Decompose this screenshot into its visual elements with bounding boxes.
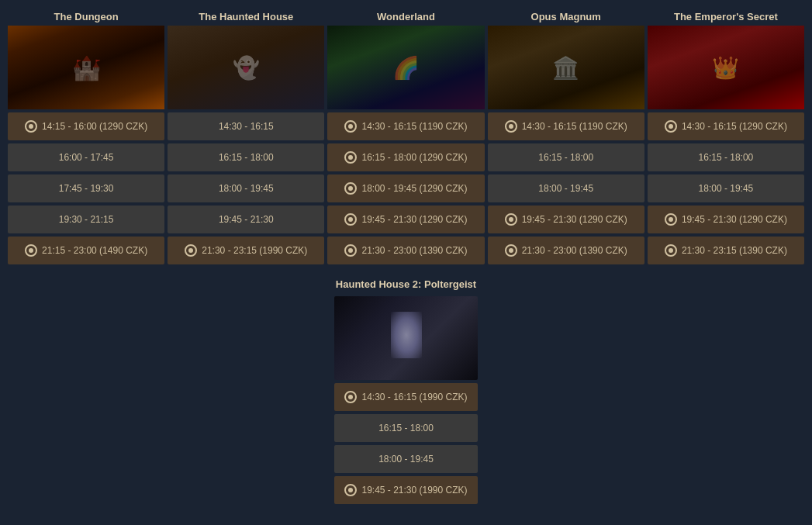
room-col-dungeon: The Dungeon 14:15 - 16:00 (1290 CZK) 16:… — [8, 8, 164, 268]
available-icon — [665, 120, 677, 133]
room-col-emperor: The Emperor's Secret 14:30 - 16:15 (1290… — [648, 8, 804, 268]
slot-opus-4[interactable]: 21:30 - 23:00 (1390 CZK) — [488, 237, 644, 264]
room-title-haunted: The Haunted House — [168, 8, 324, 26]
available-icon — [344, 244, 357, 257]
slot-wonderland-3[interactable]: 19:45 - 21:30 (1290 CZK) — [327, 206, 484, 233]
slot-haunted-1[interactable]: 16:15 - 18:00 — [168, 143, 324, 171]
slot-wonderland-1[interactable]: 16:15 - 18:00 (1290 CZK) — [327, 143, 484, 171]
slot-dungeon-0[interactable]: 14:15 - 16:00 (1290 CZK) — [8, 112, 164, 140]
room-title-wonderland: Wonderland — [327, 8, 484, 26]
available-icon — [665, 244, 677, 257]
room-image-wonderland — [327, 26, 484, 109]
slot-opus-3[interactable]: 19:45 - 21:30 (1290 CZK) — [488, 206, 644, 233]
slot-emperor-4[interactable]: 21:30 - 23:15 (1390 CZK) — [648, 237, 804, 264]
slot-poltergeist-1[interactable]: 16:15 - 18:00 — [334, 414, 478, 442]
slot-dungeon-1[interactable]: 16:00 - 17:45 — [8, 143, 164, 171]
slot-haunted-0[interactable]: 14:30 - 16:15 — [168, 112, 324, 140]
poltergeist-slots: 14:30 - 16:15 (1990 CZK) 16:15 - 18:00 1… — [334, 383, 478, 507]
available-icon — [505, 120, 517, 133]
slot-haunted-4[interactable]: 21:30 - 23:15 (1990 CZK) — [168, 237, 324, 264]
available-icon — [185, 244, 197, 257]
slot-poltergeist-2[interactable]: 18:00 - 19:45 — [334, 445, 478, 473]
available-icon — [505, 213, 517, 226]
available-icon — [344, 182, 357, 195]
slot-emperor-2[interactable]: 18:00 - 19:45 — [648, 174, 804, 202]
available-icon — [505, 244, 517, 257]
slot-haunted-2[interactable]: 18:00 - 19:45 — [168, 174, 324, 202]
room-title-emperor: The Emperor's Secret — [648, 8, 804, 26]
slot-poltergeist-3[interactable]: 19:45 - 21:30 (1990 CZK) — [334, 476, 478, 504]
room-col-poltergeist: Haunted House 2: Poltergeist 14:30 - 16:… — [325, 275, 488, 507]
slot-opus-1[interactable]: 16:15 - 18:00 — [488, 143, 644, 171]
slot-opus-2[interactable]: 18:00 - 19:45 — [488, 174, 644, 202]
room-title-dungeon: The Dungeon — [8, 8, 164, 26]
slot-emperor-1[interactable]: 16:15 - 18:00 — [648, 143, 804, 171]
available-icon — [344, 151, 357, 164]
slot-haunted-3[interactable]: 19:45 - 21:30 — [168, 206, 324, 233]
room-image-haunted — [168, 26, 324, 109]
available-icon — [25, 244, 37, 257]
slot-opus-0[interactable]: 14:30 - 16:15 (1190 CZK) — [488, 112, 644, 140]
available-icon — [344, 213, 357, 226]
room-title-opus: Opus Magnum — [488, 8, 644, 26]
rooms-grid: The Dungeon 14:15 - 16:00 (1290 CZK) 16:… — [8, 8, 804, 268]
slot-wonderland-4[interactable]: 21:30 - 23:00 (1390 CZK) — [327, 237, 484, 264]
available-icon — [344, 484, 357, 496]
room-col-opus: Opus Magnum 14:30 - 16:15 (1190 CZK) 16:… — [488, 8, 644, 268]
room-image-opus — [488, 26, 644, 109]
slot-emperor-0[interactable]: 14:30 - 16:15 (1290 CZK) — [648, 112, 804, 140]
slot-dungeon-4[interactable]: 21:15 - 23:00 (1490 CZK) — [8, 237, 164, 264]
slot-dungeon-3[interactable]: 19:30 - 21:15 — [8, 206, 164, 233]
available-icon — [665, 213, 677, 226]
slot-emperor-3[interactable]: 19:45 - 21:30 (1290 CZK) — [648, 206, 804, 233]
available-icon — [344, 120, 357, 133]
slot-poltergeist-0[interactable]: 14:30 - 16:15 (1990 CZK) — [334, 383, 478, 411]
available-icon — [25, 120, 37, 133]
room-image-dungeon — [8, 26, 164, 109]
slot-dungeon-2[interactable]: 17:45 - 19:30 — [8, 174, 164, 202]
slot-wonderland-0[interactable]: 14:30 - 16:15 (1190 CZK) — [327, 112, 484, 140]
available-icon — [344, 391, 357, 403]
bottom-section: Haunted House 2: Poltergeist 14:30 - 16:… — [8, 275, 804, 507]
slot-wonderland-2[interactable]: 18:00 - 19:45 (1290 CZK) — [327, 174, 484, 202]
room-col-wonderland: Wonderland 14:30 - 16:15 (1190 CZK) 16:1… — [327, 8, 484, 268]
room-image-emperor — [648, 26, 804, 109]
room-title-poltergeist: Haunted House 2: Poltergeist — [334, 275, 478, 293]
room-image-poltergeist — [334, 296, 478, 380]
room-col-haunted: The Haunted House 14:30 - 16:15 16:15 - … — [168, 8, 324, 268]
